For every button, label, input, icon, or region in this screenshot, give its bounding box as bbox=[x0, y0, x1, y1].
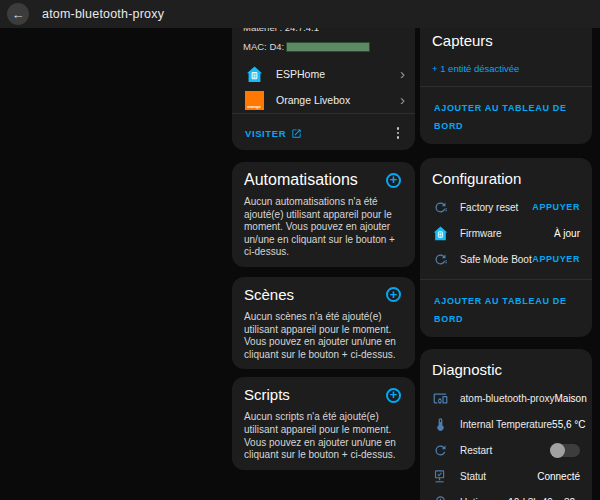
right-column: Capteurs + 1 entité désactivée AJOUTER A… bbox=[420, 28, 592, 500]
scripts-empty-text: Aucun scripts n'a été ajouté(e) utilisan… bbox=[244, 411, 403, 461]
chevron-right-icon: › bbox=[400, 92, 405, 109]
scripts-card: Scripts Aucun scripts n'a été ajouté(e) … bbox=[232, 377, 415, 469]
orange-livebox-logo: orange bbox=[244, 90, 264, 110]
external-link-icon bbox=[291, 128, 302, 139]
visit-device-button[interactable]: VISITER bbox=[245, 128, 302, 139]
mac-redaction-box bbox=[286, 42, 370, 52]
restart-icon bbox=[432, 442, 449, 459]
sensors-add-to-dashboard-button[interactable]: AJOUTER AU TABLEAU DE BORD bbox=[420, 87, 592, 144]
entity-row-factory-reset[interactable]: Factory reset APPUYER bbox=[420, 194, 592, 220]
network-status-icon bbox=[432, 468, 449, 485]
entity-row-internal-temperature[interactable]: Internal Temperature 55,6 °C bbox=[420, 411, 592, 437]
entity-row-status[interactable]: Statut Connecté bbox=[420, 463, 592, 489]
status-value: Connecté bbox=[537, 471, 580, 482]
disabled-entities-link[interactable]: + 1 entité désactivée bbox=[432, 63, 580, 74]
scenes-card-title: Scènes bbox=[244, 285, 294, 305]
card-divider bbox=[232, 113, 415, 114]
entity-row-safe-mode-boot[interactable]: Safe Mode Boot APPUYER bbox=[420, 246, 592, 272]
left-column: Matériel : 24.7.4.1 MAC: D4: ESPHome › bbox=[232, 28, 415, 470]
diagnostic-card-title: Diagnostic bbox=[420, 361, 592, 379]
device-hardware-version: Matériel : 24.7.4.1 bbox=[232, 28, 415, 34]
add-automation-button[interactable] bbox=[386, 173, 401, 188]
integration-row-esphome[interactable]: ESPHome › bbox=[232, 61, 415, 87]
firmware-state: À jour bbox=[554, 228, 580, 239]
entity-row-firmware[interactable]: Firmware À jour bbox=[420, 220, 592, 246]
scripts-card-title: Scripts bbox=[244, 385, 290, 405]
devices-icon bbox=[432, 390, 449, 407]
integration-label: ESPHome bbox=[276, 68, 400, 80]
scenes-card: Scènes Aucun scènes n'a été ajouté(e) ut… bbox=[232, 277, 415, 369]
app-header: ← atom-bluetooth-proxy bbox=[0, 0, 600, 28]
device-page: ← atom-bluetooth-proxy Matériel : 24.7.4… bbox=[0, 0, 600, 500]
configuration-add-to-dashboard-button[interactable]: AJOUTER AU TABLEAU DE BORD bbox=[420, 280, 592, 337]
add-script-button[interactable] bbox=[386, 388, 401, 403]
restart-alert-icon bbox=[432, 251, 449, 268]
entity-row-uptime[interactable]: Uptime 10d 3h 49m 32s bbox=[420, 489, 592, 500]
zone-value: Maison bbox=[555, 393, 587, 404]
diagnostic-rows: atom-bluetooth-proxy Maison Internal Tem… bbox=[420, 385, 592, 500]
esphome-logo-icon bbox=[244, 64, 264, 84]
uptime-icon bbox=[432, 494, 449, 500]
page-title: atom-bluetooth-proxy bbox=[42, 7, 164, 21]
press-button[interactable]: APPUYER bbox=[532, 202, 580, 212]
integration-label: Orange Livebox bbox=[276, 94, 400, 106]
configuration-card-title: Configuration bbox=[420, 170, 592, 188]
configuration-rows: Factory reset APPUYER Firmware À jour bbox=[420, 194, 592, 272]
thermometer-icon bbox=[432, 416, 449, 433]
sensors-card-title: Capteurs bbox=[420, 32, 592, 50]
back-arrow-icon: ← bbox=[12, 7, 25, 22]
entity-row-restart[interactable]: Restart bbox=[420, 437, 592, 463]
integration-list: ESPHome › orange Orange Livebox › bbox=[232, 61, 415, 113]
uptime-value: 10d 3h 49m 32s bbox=[508, 497, 580, 500]
entity-row-device-zone[interactable]: atom-bluetooth-proxy Maison bbox=[420, 385, 592, 411]
device-card-footer: VISITER bbox=[232, 118, 415, 148]
kebab-menu-icon[interactable] bbox=[387, 122, 409, 144]
restart-toggle-switch[interactable] bbox=[550, 444, 580, 457]
configuration-card: Configuration Factory reset APPUYER Fi bbox=[420, 158, 592, 337]
page-content: Matériel : 24.7.4.1 MAC: D4: ESPHome › bbox=[0, 28, 600, 500]
device-info-card: Matériel : 24.7.4.1 MAC: D4: ESPHome › bbox=[232, 28, 415, 150]
device-mac-label: MAC: D4: bbox=[243, 41, 284, 53]
esphome-icon bbox=[432, 225, 449, 242]
automations-empty-text: Aucun automatisations n'a été ajouté(e) … bbox=[244, 196, 403, 259]
restart-alert-icon bbox=[432, 199, 449, 216]
visit-label: VISITER bbox=[245, 128, 286, 139]
press-button[interactable]: APPUYER bbox=[532, 254, 580, 264]
add-scene-button[interactable] bbox=[386, 287, 401, 302]
temperature-value: 55,6 °C bbox=[552, 419, 585, 430]
diagnostic-card: Diagnostic atom-bluetooth-proxy Maison bbox=[420, 349, 592, 500]
device-mac-line: MAC: D4: bbox=[232, 41, 415, 53]
automations-card: Automatisations Aucun automatisations n'… bbox=[232, 162, 415, 267]
sensors-card: Capteurs + 1 entité désactivée AJOUTER A… bbox=[420, 28, 592, 144]
integration-row-orange-livebox[interactable]: orange Orange Livebox › bbox=[232, 87, 415, 113]
scenes-empty-text: Aucun scènes n'a été ajouté(e) utilisant… bbox=[244, 311, 403, 361]
back-button[interactable]: ← bbox=[7, 3, 29, 25]
automations-card-title: Automatisations bbox=[244, 170, 358, 190]
chevron-right-icon: › bbox=[400, 66, 405, 83]
